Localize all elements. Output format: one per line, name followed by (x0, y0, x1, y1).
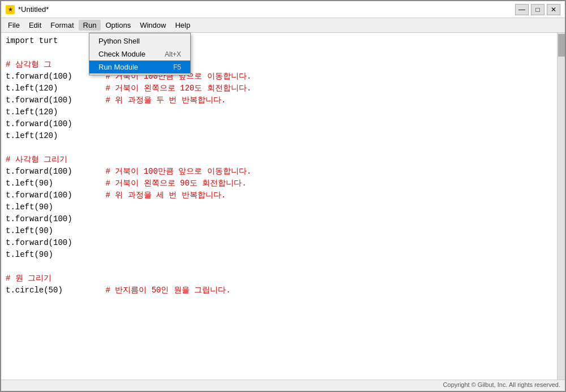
code-line-10 (6, 142, 554, 154)
code-line-15: t.left(90) (6, 201, 554, 213)
code-line-9: t.left(120) (6, 130, 554, 142)
menu-help[interactable]: Help (170, 20, 195, 31)
check-module-shortcut: Alt+X (165, 50, 181, 58)
minimize-button[interactable]: — (515, 4, 529, 15)
scrollbar-thumb[interactable] (558, 34, 565, 57)
menu-run[interactable]: Run (79, 20, 101, 31)
close-button[interactable]: ✕ (547, 4, 560, 15)
run-module-label: Run Module (98, 63, 138, 71)
menu-edit[interactable]: Edit (24, 20, 46, 31)
code-line-17: t.left(90) (6, 225, 554, 237)
code-line-21: # 원 그리기 (6, 273, 554, 285)
menu-options[interactable]: Options (101, 20, 135, 31)
status-bar: Copyright © Gilbut, Inc. All rights rese… (1, 380, 565, 391)
status-text: Copyright © Gilbut, Inc. All rights rese… (443, 381, 560, 388)
code-line-11: # 사각형 그리기 (6, 154, 554, 166)
run-dropdown: Python Shell Check Module Alt+X Run Modu… (89, 33, 191, 75)
menu-bar: File Edit Format Run Options Window Help… (1, 18, 565, 33)
app-icon: ★ (6, 5, 15, 14)
code-line-3: # 삼각형 그 (6, 59, 554, 71)
menu-format[interactable]: Format (46, 20, 78, 31)
code-line-1: import turt (6, 35, 554, 47)
code-line-20 (6, 261, 554, 273)
code-line-18: t.forward(100) (6, 237, 554, 249)
title-bar-left: ★ *Untitled* (6, 5, 49, 14)
dropdown-run-module[interactable]: Run Module F5 (89, 61, 190, 74)
code-line-2 (6, 47, 554, 59)
window-title: *Untitled* (18, 5, 49, 14)
code-line-19: t.left(90) (6, 249, 554, 261)
code-line-4: t.forward(100) # 거북이 100만큼 앞으로 이동합니다. (6, 71, 554, 83)
maximize-button[interactable]: □ (531, 4, 544, 15)
code-line-14: t.forward(100) # 위 과정을 세 번 반복합니다. (6, 189, 554, 201)
run-module-shortcut: F5 (173, 63, 181, 71)
code-line-13: t.left(90) # 거북이 왼쪽으로 90도 회전합니다. (6, 178, 554, 189)
check-module-label: Check Module (98, 50, 145, 58)
code-line-8: t.forward(100) (6, 118, 554, 130)
vertical-scrollbar[interactable] (557, 33, 565, 380)
code-line-7: t.left(120) (6, 106, 554, 118)
dropdown-python-shell[interactable]: Python Shell (89, 35, 190, 48)
menu-file[interactable]: File (3, 20, 24, 31)
code-line-22: t.circle(50) # 반지름이 50인 원을 그립니다. (6, 285, 554, 296)
code-editor[interactable]: import turt # 삼각형 그 t.forward(100) # 거북이… (1, 33, 565, 380)
main-window: ★ *Untitled* — □ ✕ File Edit Format Run … (0, 0, 566, 392)
code-line-12: t.forward(100) # 거북이 100만큼 앞으로 이동합니다. (6, 166, 554, 178)
code-line-5: t.left(120) # 거북이 왼쪽으로 120도 회전합니다. (6, 83, 554, 94)
menu-window[interactable]: Window (135, 20, 170, 31)
python-shell-label: Python Shell (98, 37, 140, 45)
dropdown-check-module[interactable]: Check Module Alt+X (89, 48, 190, 61)
code-line-16: t.forward(100) (6, 213, 554, 225)
title-controls: — □ ✕ (515, 4, 560, 15)
code-line-6: t.forward(100) # 위 과정을 두 번 반복합니다. (6, 94, 554, 106)
title-bar: ★ *Untitled* — □ ✕ (1, 1, 565, 18)
